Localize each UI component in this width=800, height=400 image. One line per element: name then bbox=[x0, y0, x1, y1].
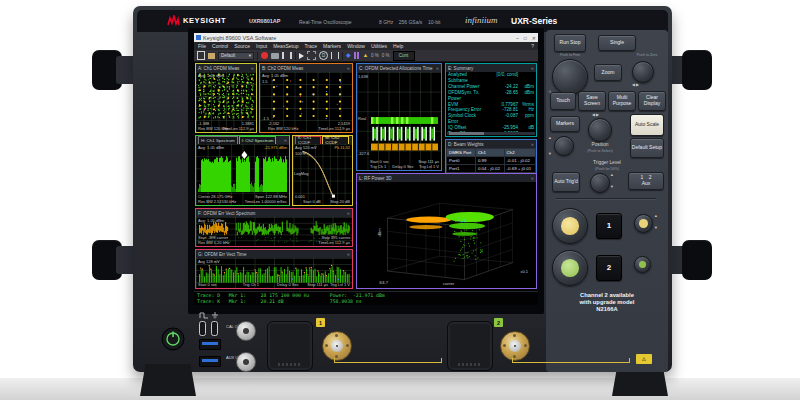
touch-button[interactable]: Touch bbox=[550, 92, 576, 110]
probe-comp-ground-terminal[interactable] bbox=[211, 321, 218, 336]
zoom-select-icon[interactable] bbox=[307, 51, 316, 60]
multi-purpose-button[interactable]: Multi Purpose bbox=[608, 91, 636, 111]
menu-source[interactable]: Source bbox=[234, 43, 250, 49]
app-icon bbox=[196, 35, 201, 40]
panel-close-icon[interactable]: ✕ bbox=[531, 142, 534, 147]
pause-icon[interactable] bbox=[282, 52, 292, 59]
single-button[interactable]: Single bbox=[598, 35, 636, 51]
menu-utilities[interactable]: Utilities bbox=[371, 43, 387, 49]
window-titlebar[interactable]: Keysight 89600 VSA Software – □ ✕ bbox=[194, 33, 538, 42]
zoom-button[interactable]: Zoom bbox=[594, 64, 622, 81]
channel1-button[interactable]: 1 bbox=[596, 213, 622, 239]
run-stop-button[interactable]: Run Stop bbox=[554, 34, 586, 52]
trigger-level-knob[interactable] bbox=[590, 173, 610, 193]
panel-close-icon[interactable]: ✕ bbox=[531, 176, 534, 181]
panel-close-icon[interactable]: ✕ bbox=[284, 138, 287, 143]
marker-select-knob[interactable] bbox=[588, 118, 612, 142]
scrollbar-thumb[interactable] bbox=[449, 132, 484, 135]
menu-input[interactable]: Input bbox=[256, 43, 267, 49]
channel2-input-connector[interactable] bbox=[500, 331, 530, 361]
save-screen-button[interactable]: Save Screen bbox=[578, 91, 606, 111]
record-icon[interactable] bbox=[261, 52, 268, 59]
trigger-view-icon[interactable]: ▲ bbox=[363, 52, 368, 59]
constellation-view-icon[interactable]: ◆ bbox=[346, 52, 351, 59]
auto-scale-button[interactable]: Auto Scale bbox=[630, 114, 664, 136]
panel-ofdm-meas-ch2[interactable]: B: Ch2 OFDM Meas✕ Avg: 1.05 dBm 1.5 -1.5… bbox=[259, 63, 353, 133]
channel1-input-connector[interactable] bbox=[322, 331, 352, 361]
err-vect-spectrum-plot: Avg: 1.05 dBm Start -398 carrier Stop 39… bbox=[196, 217, 352, 246]
window-title: Keysight 89600 VSA Software bbox=[203, 35, 276, 41]
channel1-offset-knob[interactable] bbox=[634, 214, 653, 233]
summary-value: [0/0, cond] bbox=[482, 72, 518, 84]
trigger-source-button[interactable]: 1 2 Aux bbox=[628, 172, 664, 190]
timelen-label: TimeLen 112.9 μs bbox=[222, 126, 254, 131]
panel-err-vect-time[interactable]: G: OFDM Err Vect Time✕ Avg 128 mV Start … bbox=[195, 249, 353, 289]
circle-d-icon[interactable]: D bbox=[319, 51, 328, 60]
panel-close-icon[interactable]: ✕ bbox=[436, 66, 439, 71]
panel-spectrum[interactable]: H: Ch1 Spectrum I: Ch2 Spectrum ✕ Avg: 1… bbox=[195, 135, 290, 206]
help-icon[interactable]: ? bbox=[531, 43, 534, 49]
camera-icon[interactable] bbox=[271, 53, 279, 59]
usb-port-top[interactable] bbox=[199, 339, 221, 350]
panel-ofdm-meas-ch1[interactable]: A: Ch1 OFDM Meas✕ Avg: 1.05 dBm -1.388 1… bbox=[195, 63, 257, 133]
horizontal-scale-knob[interactable] bbox=[552, 59, 588, 95]
panel-title: A: Ch1 OFDM Meas bbox=[198, 66, 239, 71]
channel2-knob-cap bbox=[561, 259, 579, 277]
clear-display-button[interactable]: Clear Display bbox=[638, 91, 666, 111]
percent-readout-right: 0 % bbox=[382, 53, 390, 58]
menu-markers[interactable]: Markers bbox=[323, 43, 341, 49]
markers-button[interactable]: Markers bbox=[550, 116, 580, 132]
menu-help[interactable]: Help bbox=[393, 43, 403, 49]
probe-comp-terminal[interactable] bbox=[199, 321, 206, 336]
panel-err-vect-spectrum[interactable]: F: OFDM Err Vect Spectrum✕ Avg: 1.05 dBm… bbox=[195, 208, 353, 247]
spectrum-plot: Avg: 1.05 dBm -21.971 dBm Center 28.175 … bbox=[196, 144, 289, 205]
panel-close-icon[interactable]: ✕ bbox=[347, 66, 350, 71]
maximize-icon[interactable]: □ bbox=[524, 35, 527, 41]
panel-ccdf[interactable]: K: Ch1 CCDF M: Ch2 CCDF Avg 520 mV Pk 11… bbox=[292, 135, 353, 206]
open-file-icon[interactable] bbox=[208, 53, 215, 59]
channel2-scale-knob[interactable] bbox=[552, 250, 588, 286]
channel2-probe-slot[interactable] bbox=[447, 321, 493, 371]
menu-window[interactable]: Window bbox=[347, 43, 365, 49]
horizontal-scrollbar[interactable] bbox=[447, 132, 535, 135]
horizontal-position-knob[interactable] bbox=[632, 61, 654, 83]
panel-close-icon[interactable]: ✕ bbox=[251, 66, 254, 71]
panel-detected-allocations[interactable]: C: OFDM Detected Allocations Time✕ 1,638… bbox=[356, 63, 442, 171]
trigger-source-aux: Aux bbox=[642, 181, 651, 187]
aux-out-connector[interactable] bbox=[236, 352, 256, 372]
channel2-offset-knob[interactable] bbox=[634, 256, 651, 273]
push-to-fine-hint: Push to Fine bbox=[552, 53, 588, 57]
trigger-level-label: Trigger Level bbox=[572, 160, 642, 165]
default-setup-button[interactable]: Default Setup bbox=[630, 138, 664, 158]
panel-close-icon[interactable]: ✕ bbox=[531, 66, 534, 71]
auto-trigd-button[interactable]: Auto Trig'd bbox=[552, 172, 580, 192]
position-knob[interactable] bbox=[554, 136, 574, 156]
avg-readout: Avg: 1.05 dBm bbox=[198, 218, 224, 223]
panel-rf-power-3d[interactable]: L: RF Power 3D✕ dBm 3/4.7 carrier x0.1 bbox=[356, 173, 537, 289]
spectrum-view-icon[interactable] bbox=[354, 52, 360, 59]
preset-combo[interactable]: Default ▾ bbox=[218, 52, 254, 60]
menu-trace[interactable]: Trace bbox=[304, 43, 317, 49]
square-wave-icon bbox=[200, 313, 208, 318]
avg-readout: Avg 520 mV bbox=[295, 145, 317, 150]
menu-meassetup[interactable]: MeasSetup bbox=[273, 43, 298, 49]
cursors-icon[interactable] bbox=[331, 52, 339, 59]
power-button[interactable] bbox=[160, 326, 186, 352]
channel1-scale-knob[interactable] bbox=[552, 208, 588, 244]
cal-out-connector[interactable] bbox=[236, 321, 256, 341]
close-icon[interactable]: ✕ bbox=[532, 35, 536, 41]
panel-summary[interactable]: E: Summary✕ Analyzed Subframe[0/0, cond]… bbox=[445, 63, 537, 137]
panel-close-icon[interactable]: ✕ bbox=[347, 211, 350, 216]
pointer-icon[interactable] bbox=[299, 53, 304, 59]
menu-control[interactable]: Control bbox=[212, 43, 228, 49]
menu-file[interactable]: File bbox=[198, 43, 206, 49]
channel1-probe-slot[interactable] bbox=[267, 321, 313, 371]
acquisition-status: Cont bbox=[393, 51, 415, 61]
spec-line: 8 GHz 256 GSa/s 10-bit bbox=[379, 19, 440, 25]
cell-ch2: -0.01 - j0.02 bbox=[504, 157, 535, 165]
new-file-icon[interactable] bbox=[197, 51, 205, 60]
channel2-button[interactable]: 2 bbox=[596, 255, 622, 281]
usb-port-bottom[interactable] bbox=[199, 356, 221, 367]
panel-close-icon[interactable]: ✕ bbox=[347, 252, 350, 257]
minimize-icon[interactable]: – bbox=[516, 35, 519, 41]
